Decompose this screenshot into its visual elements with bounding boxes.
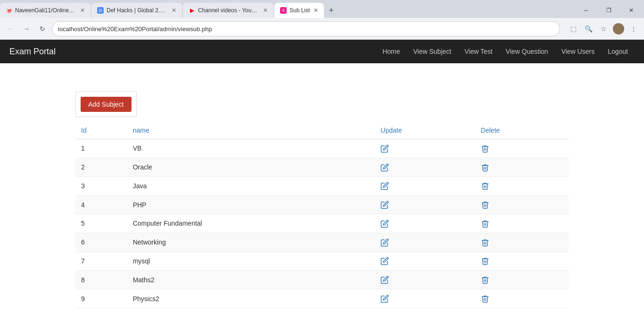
cell-id: 6 xyxy=(75,233,127,252)
nav-link-logout[interactable]: Logout xyxy=(601,41,635,62)
cell-update xyxy=(375,214,475,233)
back-button[interactable]: ← xyxy=(4,22,17,35)
delete-icon[interactable] xyxy=(481,275,489,284)
cell-update xyxy=(375,233,475,252)
cell-name: VB xyxy=(127,139,375,158)
reload-button[interactable]: ↻ xyxy=(36,22,49,35)
tab-close-defhacks[interactable]: ✕ xyxy=(172,7,176,14)
window-controls: ─ ❐ ✕ xyxy=(575,3,644,18)
tab-close-sublist[interactable]: ✕ xyxy=(314,7,318,14)
nav-link-viewusers[interactable]: View Users xyxy=(555,41,602,62)
nav-item-viewusers[interactable]: View Users xyxy=(555,41,602,62)
tab-youtube[interactable]: ▶ Channel videos - YouTube Studio ✕ xyxy=(183,3,273,18)
update-icon[interactable] xyxy=(380,200,389,209)
search-icon[interactable]: 🔍 xyxy=(582,22,595,35)
delete-icon[interactable] xyxy=(481,294,489,303)
delete-icon[interactable] xyxy=(481,182,489,191)
cell-delete xyxy=(475,252,569,270)
nav-link-viewtest[interactable]: View Test xyxy=(458,41,499,62)
close-window-button[interactable]: ✕ xyxy=(620,3,642,18)
browser-window: 🐙 NaveenGali11/Online-Exam-Por... ✕ D De… xyxy=(0,0,644,40)
cell-name: Oracle xyxy=(127,158,375,177)
table-row: 9 Physics2 xyxy=(75,289,569,308)
menu-icon[interactable]: ⋮ xyxy=(627,22,640,35)
col-header-delete: Delete xyxy=(475,122,569,139)
table-row: 2 Oracle xyxy=(75,158,569,177)
tab-label-youtube: Channel videos - YouTube Studio xyxy=(198,7,259,14)
tab-close-github[interactable]: ✕ xyxy=(80,7,85,14)
update-icon[interactable] xyxy=(380,182,389,191)
tab-favicon-github: 🐙 xyxy=(6,7,12,14)
tab-label-defhacks: Def Hacks | Global 2.0: Dashboa... xyxy=(107,7,168,14)
tab-favicon-youtube: ▶ xyxy=(189,7,195,14)
delete-icon[interactable] xyxy=(481,238,489,247)
app: Exam Portal Home View Subject View Test … xyxy=(0,40,644,321)
table-row: 1 VB xyxy=(75,139,569,158)
tab-sublist[interactable]: S Sub List ✕ xyxy=(274,3,324,18)
nav-item-home[interactable]: Home xyxy=(376,41,406,62)
delete-icon[interactable] xyxy=(481,144,489,153)
maximize-button[interactable]: ❐ xyxy=(598,3,619,18)
delete-icon[interactable] xyxy=(481,163,489,172)
update-icon[interactable] xyxy=(380,275,389,284)
update-icon[interactable] xyxy=(380,219,389,228)
delete-icon[interactable] xyxy=(481,219,489,228)
tab-favicon-sublist: S xyxy=(280,7,287,14)
update-icon[interactable] xyxy=(380,257,389,266)
tab-label-sublist: Sub List xyxy=(289,7,310,14)
tab-github[interactable]: 🐙 NaveenGali11/Online-Exam-Por... ✕ xyxy=(0,3,91,18)
update-icon[interactable] xyxy=(380,294,389,303)
cell-id: 3 xyxy=(75,177,127,195)
cell-delete xyxy=(475,233,569,252)
cell-update xyxy=(375,270,475,289)
navbar-brand: Exam Portal xyxy=(9,47,56,57)
cell-update xyxy=(375,177,475,195)
update-icon[interactable] xyxy=(380,238,389,247)
add-subject-container: Add Subject xyxy=(75,92,137,117)
delete-icon[interactable] xyxy=(481,257,489,266)
nav-item-viewtest[interactable]: View Test xyxy=(458,41,499,62)
forward-button[interactable]: → xyxy=(20,22,33,35)
update-icon[interactable] xyxy=(380,144,389,153)
table-row: 3 Java xyxy=(75,177,569,195)
cell-name: Physics2 xyxy=(127,289,375,308)
new-tab-button[interactable]: + xyxy=(325,6,338,15)
nav-link-viewquestion[interactable]: View Question xyxy=(499,41,555,62)
table-row: 6 Networking xyxy=(75,233,569,252)
cell-name: mysql xyxy=(127,252,375,270)
minimize-button[interactable]: ─ xyxy=(575,3,597,18)
nav-link-viewsubject[interactable]: View Subject xyxy=(407,41,458,62)
page-content: Add Subject Id name Update Delete 1 VB xyxy=(0,63,644,321)
profile-avatar xyxy=(613,23,624,34)
cell-update xyxy=(375,139,475,158)
nav-item-viewsubject[interactable]: View Subject xyxy=(407,41,458,62)
add-subject-button[interactable]: Add Subject xyxy=(81,97,132,112)
cell-delete xyxy=(475,158,569,177)
cell-update xyxy=(375,195,475,214)
update-icon[interactable] xyxy=(380,163,389,172)
tab-close-youtube[interactable]: ✕ xyxy=(263,7,268,14)
col-header-id: Id xyxy=(75,122,127,139)
screen-capture-icon[interactable]: ⬚ xyxy=(567,22,580,35)
bookmark-icon[interactable]: ☆ xyxy=(597,22,610,35)
cell-delete xyxy=(475,214,569,233)
cell-delete xyxy=(475,289,569,308)
cell-id: 4 xyxy=(75,195,127,214)
nav-link-home[interactable]: Home xyxy=(376,41,406,62)
cell-update xyxy=(375,289,475,308)
cell-id: 7 xyxy=(75,252,127,270)
cell-id: 8 xyxy=(75,270,127,289)
cell-name: Computer Fundamental xyxy=(127,214,375,233)
url-bar[interactable]: localhost/Online%20Exam%20Portal/admin/v… xyxy=(52,21,560,36)
nav-item-viewquestion[interactable]: View Question xyxy=(499,41,555,62)
cell-update xyxy=(375,158,475,177)
profile-icon[interactable] xyxy=(612,22,625,35)
nav-item-logout[interactable]: Logout xyxy=(601,41,635,62)
delete-icon[interactable] xyxy=(481,200,489,209)
cell-update xyxy=(375,252,475,270)
col-header-update: Update xyxy=(375,122,475,139)
tab-defhacks[interactable]: D Def Hacks | Global 2.0: Dashboa... ✕ xyxy=(91,3,182,18)
cell-name: Networking xyxy=(127,233,375,252)
cell-delete xyxy=(475,177,569,195)
browser-toolbar-icons: ⬚ 🔍 ☆ ⋮ xyxy=(567,22,640,35)
